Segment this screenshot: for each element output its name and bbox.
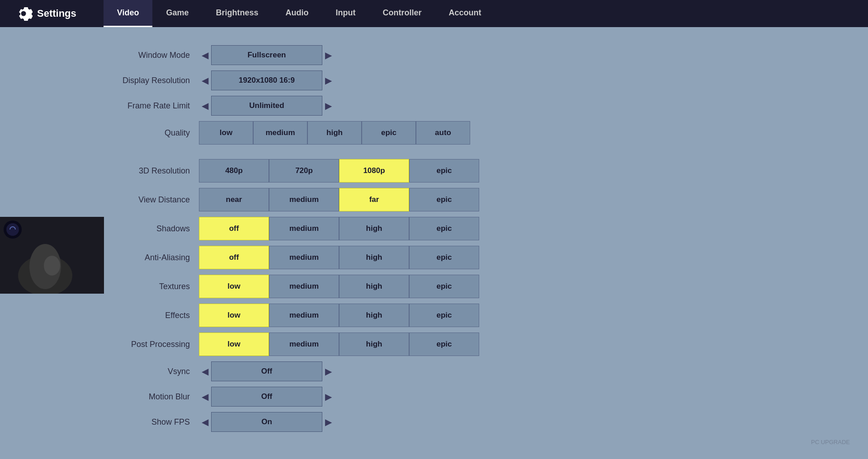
quality-epic[interactable]: epic bbox=[362, 121, 416, 145]
pp-medium[interactable]: medium bbox=[269, 333, 339, 356]
svg-point-5 bbox=[6, 223, 19, 236]
shadows-medium[interactable]: medium bbox=[269, 217, 339, 240]
aa-epic[interactable]: epic bbox=[409, 246, 479, 269]
thumbnail-image bbox=[0, 217, 104, 294]
frame-rate-next[interactable]: ▶ bbox=[322, 101, 335, 110]
pp-low[interactable]: low bbox=[199, 333, 269, 356]
anti-aliasing-btn-group: off medium high epic bbox=[199, 246, 479, 269]
effects-row: Effects low medium high epic bbox=[81, 304, 841, 327]
effects-btn-group: low medium high epic bbox=[199, 304, 479, 327]
res-720p[interactable]: 720p bbox=[269, 159, 339, 183]
motion-blur-label: Motion Blur bbox=[81, 392, 199, 402]
shadows-high[interactable]: high bbox=[339, 217, 409, 240]
post-processing-label: Post Processing bbox=[81, 340, 199, 349]
frame-rate-selector: ◀ Unlimited ▶ bbox=[199, 96, 335, 116]
pp-high[interactable]: high bbox=[339, 333, 409, 356]
nav-tabs: Video Game Brightness Audio Input Contro… bbox=[104, 0, 850, 27]
tab-audio[interactable]: Audio bbox=[272, 0, 322, 27]
app-title: Settings bbox=[37, 8, 76, 19]
window-mode-next[interactable]: ▶ bbox=[322, 51, 335, 60]
tab-account[interactable]: Account bbox=[435, 0, 495, 27]
settings-section: Window Mode ◀ Fullscreen ▶ Display Resol… bbox=[81, 45, 841, 432]
res-1080p[interactable]: 1080p bbox=[339, 159, 409, 183]
eff-high[interactable]: high bbox=[339, 304, 409, 327]
textures-row: Textures low medium high epic bbox=[81, 275, 841, 298]
vsync-next[interactable]: ▶ bbox=[322, 367, 335, 376]
quality-label: Quality bbox=[81, 128, 199, 138]
tex-high[interactable]: high bbox=[339, 275, 409, 298]
quality-auto[interactable]: auto bbox=[416, 121, 470, 145]
shadows-off[interactable]: off bbox=[199, 217, 269, 240]
vd-epic[interactable]: epic bbox=[409, 188, 479, 211]
tab-game[interactable]: Game bbox=[152, 0, 202, 27]
main-content: Window Mode ◀ Fullscreen ▶ Display Resol… bbox=[0, 27, 868, 450]
vd-near[interactable]: near bbox=[199, 188, 269, 211]
textures-btn-group: low medium high epic bbox=[199, 275, 479, 298]
window-mode-value: Fullscreen bbox=[211, 45, 322, 65]
frame-rate-prev[interactable]: ◀ bbox=[199, 101, 211, 110]
aa-off[interactable]: off bbox=[199, 246, 269, 269]
show-fps-next[interactable]: ▶ bbox=[322, 417, 335, 426]
thumbnail-svg bbox=[0, 217, 104, 294]
vsync-label: Vsync bbox=[81, 367, 199, 376]
eff-low[interactable]: low bbox=[199, 304, 269, 327]
post-processing-btn-group: low medium high epic bbox=[199, 333, 479, 356]
view-distance-btn-group: near medium far epic bbox=[199, 188, 479, 211]
motion-blur-row: Motion Blur ◀ Off ▶ bbox=[81, 387, 841, 407]
eff-medium[interactable]: medium bbox=[269, 304, 339, 327]
display-resolution-next[interactable]: ▶ bbox=[322, 76, 335, 85]
resolution-3d-btn-group: 480p 720p 1080p epic bbox=[199, 159, 479, 183]
motion-blur-value: Off bbox=[211, 387, 322, 407]
tex-low[interactable]: low bbox=[199, 275, 269, 298]
shadows-epic[interactable]: epic bbox=[409, 217, 479, 240]
quality-row: Quality low medium high epic auto bbox=[81, 121, 841, 145]
vsync-selector: ◀ Off ▶ bbox=[199, 361, 335, 381]
frame-rate-row: Frame Rate Limit ◀ Unlimited ▶ bbox=[81, 96, 841, 116]
tab-brightness[interactable]: Brightness bbox=[203, 0, 272, 27]
motion-blur-selector: ◀ Off ▶ bbox=[199, 387, 335, 407]
window-mode-prev[interactable]: ◀ bbox=[199, 51, 211, 60]
quality-medium[interactable]: medium bbox=[253, 121, 307, 145]
tex-epic[interactable]: epic bbox=[409, 275, 479, 298]
post-processing-row: Post Processing low medium high epic bbox=[81, 333, 841, 356]
watermark: PC UPGRADE bbox=[811, 439, 850, 445]
display-resolution-row: Display Resolution ◀ 1920x1080 16:9 ▶ bbox=[81, 70, 841, 90]
motion-blur-prev[interactable]: ◀ bbox=[199, 392, 211, 401]
window-mode-label: Window Mode bbox=[81, 51, 199, 60]
view-distance-row: View Distance near medium far epic bbox=[81, 188, 841, 211]
vsync-prev[interactable]: ◀ bbox=[199, 367, 211, 376]
vd-far[interactable]: far bbox=[339, 188, 409, 211]
tex-medium[interactable]: medium bbox=[269, 275, 339, 298]
header: Settings Video Game Brightness Audio Inp… bbox=[0, 0, 868, 27]
show-fps-prev[interactable]: ◀ bbox=[199, 417, 211, 426]
display-resolution-selector: ◀ 1920x1080 16:9 ▶ bbox=[199, 70, 335, 90]
window-mode-selector: ◀ Fullscreen ▶ bbox=[199, 45, 335, 65]
display-resolution-value: 1920x1080 16:9 bbox=[211, 70, 322, 90]
frame-rate-label: Frame Rate Limit bbox=[81, 101, 199, 111]
eff-epic[interactable]: epic bbox=[409, 304, 479, 327]
tab-video[interactable]: Video bbox=[104, 0, 153, 27]
res-480p[interactable]: 480p bbox=[199, 159, 269, 183]
tab-controller[interactable]: Controller bbox=[369, 0, 435, 27]
pp-epic[interactable]: epic bbox=[409, 333, 479, 356]
display-resolution-prev[interactable]: ◀ bbox=[199, 76, 211, 85]
resolution-3d-row: 3D Resolution 480p 720p 1080p epic bbox=[81, 159, 841, 183]
vsync-value: Off bbox=[211, 361, 322, 381]
shadows-btn-group: off medium high epic bbox=[199, 217, 479, 240]
shadows-row: Shadows off medium high epic bbox=[81, 217, 841, 240]
quality-low[interactable]: low bbox=[199, 121, 253, 145]
vd-medium[interactable]: medium bbox=[269, 188, 339, 211]
aa-medium[interactable]: medium bbox=[269, 246, 339, 269]
motion-blur-next[interactable]: ▶ bbox=[322, 392, 335, 401]
quality-high[interactable]: high bbox=[307, 121, 362, 145]
aa-high[interactable]: high bbox=[339, 246, 409, 269]
show-fps-label: Show FPS bbox=[81, 417, 199, 427]
tab-input[interactable]: Input bbox=[322, 0, 369, 27]
gear-icon bbox=[18, 6, 33, 21]
res-epic[interactable]: epic bbox=[409, 159, 479, 183]
window-mode-row: Window Mode ◀ Fullscreen ▶ bbox=[81, 45, 841, 65]
frame-rate-value: Unlimited bbox=[211, 96, 322, 116]
view-distance-label: View Distance bbox=[81, 195, 199, 205]
display-resolution-label: Display Resolution bbox=[81, 76, 199, 85]
thumbnail-overlay bbox=[0, 217, 104, 294]
